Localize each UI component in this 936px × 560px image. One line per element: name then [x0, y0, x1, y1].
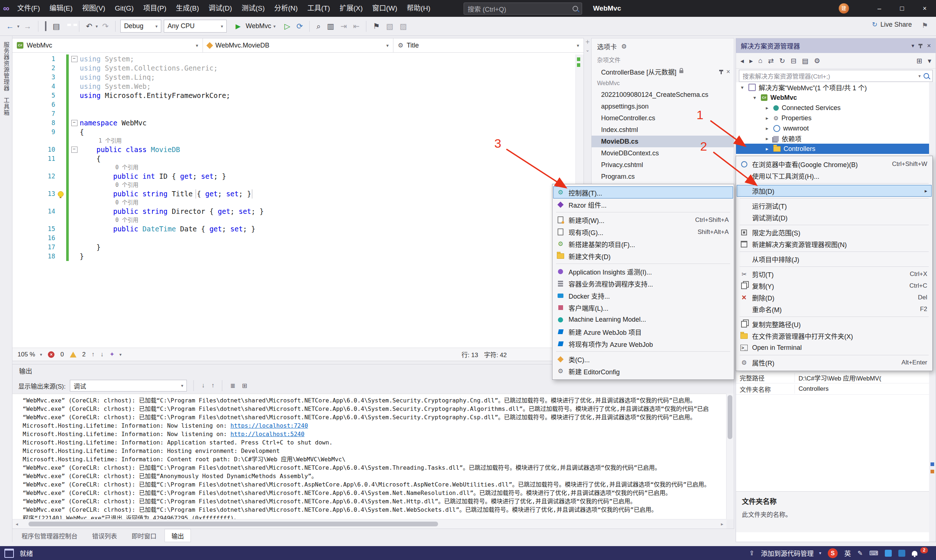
menubar-item[interactable]: Git(G)	[110, 0, 139, 17]
menu-item[interactable]: 新建项(W)...Ctrl+Shift+A	[553, 214, 733, 226]
chevron-expanded-icon[interactable]: ▾	[739, 85, 745, 90]
type-dropdown[interactable]: WebMvc.MovieDB ▾	[203, 38, 393, 52]
codelens-label[interactable]: 0 个引用	[115, 198, 139, 207]
menu-item[interactable]: 新建 Azure WebJob 项目	[553, 326, 733, 338]
live-share-button[interactable]: ↻ Live Share	[872, 20, 912, 29]
menu-item[interactable]: 使用以下工具浏览(H)...	[737, 170, 931, 182]
gear-icon[interactable]: ⚙	[621, 43, 627, 51]
home-icon[interactable]: ⌂	[758, 57, 762, 65]
menu-item[interactable]: 新搭建基架的项目(F)...	[553, 238, 733, 250]
menu-item[interactable]: 在浏览器中查看(Google Chrome)(B)Ctrl+Shift+W	[737, 158, 931, 170]
chevron-collapsed-icon[interactable]: ▸	[764, 125, 770, 131]
ime-keyboard-icon[interactable]: ⌨	[869, 549, 878, 557]
collapse-box[interactable]: −	[71, 56, 77, 62]
codelens-label[interactable]: 0 个引用	[115, 216, 139, 225]
chevron-down-icon[interactable]: ▾	[911, 42, 914, 49]
save-all-icon[interactable]	[71, 26, 74, 27]
refresh-icon[interactable]: ↻	[779, 57, 785, 65]
output-horizontal-scrollbar[interactable]: ◂ ▸	[12, 519, 727, 529]
menu-item[interactable]: 添加(D)▸	[737, 185, 931, 197]
menu-item[interactable]: 新建解决方案资源管理器视图(N)	[737, 238, 931, 250]
switch-views-icon[interactable]: ⇄	[768, 57, 774, 65]
avatar[interactable]: 建	[839, 3, 849, 14]
tree-item--[interactable]: ▸依赖项	[736, 134, 929, 144]
menu-item[interactable]: 运行测试(T)	[737, 200, 931, 212]
output-vertical-scrollbar[interactable]	[726, 394, 734, 519]
property-row[interactable]: 完整路径D:\C#学习\Web 应用\WebMV(	[736, 372, 929, 383]
tree-item-connected-services[interactable]: ▸Connected Services	[736, 103, 929, 113]
restart-icon[interactable]: ⟳	[295, 22, 305, 31]
indent-icon[interactable]: ⇥	[339, 22, 349, 31]
menubar-item[interactable]: 测试(S)	[237, 0, 269, 17]
menu-item[interactable]: Open in Terminal	[737, 342, 931, 354]
menubar-item[interactable]: 扩展(X)	[335, 0, 368, 17]
cleanup-caret-icon[interactable]: ▾	[119, 352, 122, 357]
zoom-caret-icon[interactable]: ▾	[40, 352, 42, 357]
menubar-item[interactable]: 编辑(E)	[45, 0, 77, 17]
menu-item[interactable]: 重命名(M)F2	[737, 303, 931, 315]
menu-item[interactable]: Application Insights 遥测(I)...	[553, 265, 733, 277]
codelens-label[interactable]: 1 个引用	[99, 137, 122, 145]
zoom-level[interactable]: 105 %	[17, 351, 35, 358]
undo-icon[interactable]: ↶	[84, 22, 94, 31]
bottom-tab-程序包管理器控制台[interactable]: 程序包管理器控制台	[15, 529, 84, 542]
platform-dropdown[interactable]: Any CPU▾	[164, 20, 227, 32]
goto-prev-message-icon[interactable]: ↑	[210, 382, 216, 389]
uncomment-icon[interactable]: ▨	[398, 22, 409, 31]
open-file-icon[interactable]: ▤	[51, 22, 62, 31]
menubar-item[interactable]: 生成(B)	[171, 0, 204, 17]
close-icon[interactable]: ×	[726, 68, 730, 76]
output-log[interactable]: “WebMvc.exe” (CoreCLR: clrhost): 已加载“C:\…	[12, 394, 727, 519]
menu-item[interactable]: 复制(Y)Ctrl+C	[737, 280, 931, 292]
code-editor[interactable]: C# WebMvc ▾ WebMvc.MovieDB ▾ ⚙ Title ▾ 1…	[12, 38, 584, 361]
taskbar-app-icon[interactable]	[885, 550, 892, 557]
configuration-dropdown[interactable]: Debug▾	[120, 20, 161, 32]
notifications-bell-icon[interactable]	[912, 551, 918, 555]
redo-icon[interactable]: ↷	[100, 22, 111, 31]
solution-explorer-header[interactable]: 解决方案资源管理器 ▾ ×	[736, 38, 936, 53]
scroll-left-icon[interactable]: ◂	[12, 521, 21, 527]
solution-search-input[interactable]: 搜索解决方案资源管理器(Ctrl+;) ▾	[739, 70, 933, 82]
search-input[interactable]: 搜索 (Ctrl+Q)	[463, 3, 582, 15]
close-icon[interactable]: ×	[927, 42, 931, 50]
collapse-all-icon[interactable]: ⊟	[790, 57, 796, 65]
ime-language-badge[interactable]: 英	[844, 548, 851, 558]
menu-item[interactable]: 新建文件夹(D)	[553, 250, 733, 262]
left-tool-tab[interactable]: 服务器资源管理器	[0, 42, 12, 91]
codelens-label[interactable]: 0 个引用	[115, 181, 139, 189]
document-tab[interactable]: Privacy.cshtml	[591, 159, 734, 171]
background-tasks-icon[interactable]	[5, 549, 14, 558]
prev-issue-icon[interactable]: ↑	[91, 351, 95, 358]
property-row[interactable]: 文件夹名称Controllers	[736, 383, 929, 395]
menubar-item[interactable]: 视图(V)	[77, 0, 110, 17]
menu-item[interactable]: 属性(R)Alt+Enter	[737, 357, 931, 368]
tree-item-controllers[interactable]: ▸Controllers	[736, 144, 929, 154]
menu-item[interactable]: 删除(D)Del	[737, 292, 931, 303]
menu-item[interactable]: 从项目中排除(J)	[737, 253, 931, 265]
document-tab[interactable]: ControllerBase [从元数据]×	[591, 66, 734, 77]
document-tab[interactable]: HomeController.cs	[591, 112, 734, 124]
project-dropdown[interactable]: C# WebMvc ▾	[12, 38, 203, 52]
code-area[interactable]: 1−using System;2using System.Collections…	[12, 54, 576, 348]
undo-caret-icon[interactable]: ▾	[95, 24, 98, 29]
code-cleanup-icon[interactable]: ✦	[109, 351, 114, 358]
word-wrap-icon[interactable]: ⊞	[241, 382, 248, 390]
error-count[interactable]: 0	[60, 351, 64, 358]
forward-icon[interactable]: ▸	[750, 57, 753, 65]
sogou-ime-icon[interactable]: S	[828, 548, 837, 558]
menu-item[interactable]: 客户端库(L)...	[553, 302, 733, 314]
preview-selected-icon[interactable]: ⊞	[917, 57, 922, 65]
start-without-debugging-icon[interactable]: ▷	[283, 22, 292, 31]
chevron-collapsed-icon[interactable]: ▸	[764, 146, 770, 152]
minimize-button[interactable]: –	[868, 0, 891, 17]
menu-item[interactable]: 新建 EditorConfig	[553, 365, 733, 377]
show-all-files-icon[interactable]: ▤	[802, 57, 808, 65]
menubar-item[interactable]: 调试(D)	[204, 0, 237, 17]
menubar-item[interactable]: 帮助(H)	[402, 0, 435, 17]
chevron-collapsed-icon[interactable]: ▸	[764, 135, 770, 142]
document-tab[interactable]: MovieDB.cs	[591, 135, 734, 147]
clear-all-icon[interactable]: ≣	[229, 382, 236, 390]
search-options-caret-icon[interactable]: ▾	[919, 74, 921, 78]
start-debugging-button[interactable]: ▶ WebMvc ▾	[229, 20, 280, 33]
taskbar-app2-icon[interactable]	[898, 550, 905, 557]
